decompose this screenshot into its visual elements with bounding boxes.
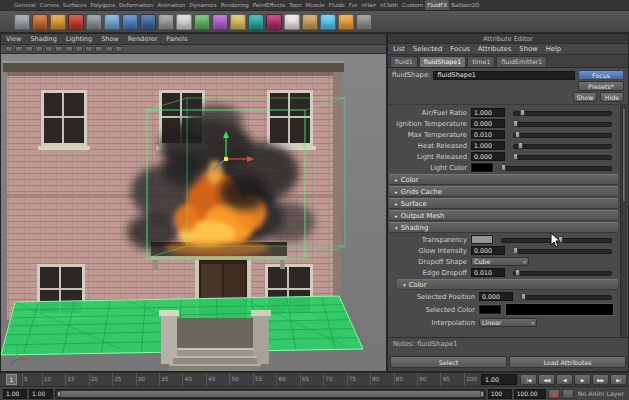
range-slider[interactable] (55, 389, 486, 399)
timeline-tick-30[interactable]: 30 (136, 373, 145, 386)
timeline-tick-65[interactable]: 65 (300, 373, 309, 386)
attr-value-field[interactable]: 0.000 (471, 246, 505, 255)
shelf-icon-13[interactable] (230, 14, 246, 30)
camera-icon[interactable] (85, 46, 93, 52)
color-ramp-preview[interactable] (505, 303, 614, 316)
attr-value-field[interactable]: 0.010 (471, 268, 505, 277)
shelf-tab-fluidfx[interactable]: FluidFX (425, 0, 449, 10)
focus-button[interactable]: Focus (578, 70, 624, 80)
timeline-tick-100[interactable]: 100 (464, 373, 477, 386)
viewport-menu-lighting[interactable]: Lighting (66, 35, 92, 43)
shelf-icon-1[interactable] (14, 14, 30, 30)
slider-thumb[interactable] (558, 236, 563, 243)
attr-slider[interactable] (513, 108, 612, 117)
slider-thumb[interactable] (501, 164, 506, 171)
animation-end-field[interactable]: 100.00 (514, 389, 546, 399)
shelf-icon-7[interactable] (122, 14, 138, 30)
section-surface[interactable]: ▸Surface (389, 198, 618, 209)
slider-thumb[interactable] (513, 120, 518, 127)
shelf-tab-muscle[interactable]: Muscle (304, 0, 327, 10)
timeline-tick-45[interactable]: 45 (206, 373, 215, 386)
auto-keyframe-button[interactable] (548, 389, 560, 399)
color-swatch[interactable] (471, 163, 493, 172)
attr-slider[interactable] (501, 163, 612, 172)
range-end-handle[interactable] (480, 391, 484, 397)
timeline-tick-70[interactable]: 70 (323, 373, 332, 386)
shelf-icon-5[interactable] (86, 14, 102, 30)
ae-menu-attributes[interactable]: Attributes (478, 45, 512, 53)
shelf-icon-14[interactable] (248, 14, 264, 30)
go-to-start-button[interactable]: |◀ (520, 374, 537, 385)
shelf-tab-fluids[interactable]: Fluids (327, 0, 347, 10)
viewport-menu-view[interactable]: View (6, 35, 21, 43)
ae-tab-fluidemitter1[interactable]: fluidEmitter1 (496, 56, 547, 67)
section-color[interactable]: ▾Color (397, 279, 618, 290)
ae-tab-time1[interactable]: time1 (467, 56, 495, 67)
shelf-tab-fur[interactable]: Fur (347, 0, 360, 10)
timeline-tick-55[interactable]: 55 (253, 373, 262, 386)
step-back-frame-button[interactable]: ◀◀ (538, 374, 555, 385)
viewport-3d-scene[interactable] (1, 54, 386, 371)
playback-end-field[interactable]: 100 (488, 389, 512, 399)
shelf-tab-animation[interactable]: Animation (155, 0, 187, 10)
timeline-tick-80[interactable]: 80 (370, 373, 379, 386)
timeline-tick-90[interactable]: 90 (417, 373, 426, 386)
timeline-tick-60[interactable]: 60 (276, 373, 285, 386)
shelf-icon-6[interactable] (104, 14, 120, 30)
shelf-icon-15[interactable] (266, 14, 282, 30)
attr-slider[interactable] (513, 152, 612, 161)
attr-slider[interactable] (513, 268, 612, 277)
viewport-menu-show[interactable]: Show (101, 35, 119, 43)
slider-thumb[interactable] (513, 153, 518, 160)
shelf-icon-8[interactable] (140, 14, 156, 30)
shelf-icon-10[interactable] (176, 14, 192, 30)
color-swatch[interactable] (471, 235, 493, 244)
section-grids-cache[interactable]: ▸Grids Cache (389, 186, 618, 197)
attr-slider[interactable] (513, 130, 612, 139)
vertical-scrollbar[interactable] (620, 105, 627, 337)
play-backwards-button[interactable]: ◀ (556, 374, 573, 385)
shelf-icon-9[interactable] (158, 14, 174, 30)
ae-menu-help[interactable]: Help (546, 45, 562, 53)
play-forwards-button[interactable]: ▶ (574, 374, 591, 385)
shelf-tab-deformation[interactable]: Deformation (117, 0, 155, 10)
shelf-icon-2[interactable] (32, 14, 48, 30)
timeline-tick-25[interactable]: 25 (112, 373, 121, 386)
timeline-tick-40[interactable]: 40 (182, 373, 191, 386)
shelf-tab-balloon2d[interactable]: Balloon2D (449, 0, 481, 10)
grid-snap-icon[interactable] (35, 46, 43, 52)
section-output-mesh[interactable]: ▸Output Mesh (389, 210, 618, 221)
shelf-tab-dynamics[interactable]: Dynamics (188, 0, 219, 10)
slider-thumb[interactable] (515, 269, 520, 276)
timeline-tick-20[interactable]: 20 (89, 373, 98, 386)
shelf-tab-painteffects[interactable]: PaintEffects (251, 0, 287, 10)
slider-thumb[interactable] (515, 131, 520, 138)
ae-menu-selected[interactable]: Selected (413, 45, 442, 53)
playback-start-field[interactable]: 1.00 (29, 389, 53, 399)
timeline-tick-50[interactable]: 50 (229, 373, 238, 386)
presets-button[interactable]: Presets* (578, 81, 624, 91)
shelf-icon-19[interactable] (338, 14, 354, 30)
shelf-tab-nhair[interactable]: nHair (359, 0, 378, 10)
time-slider[interactable]: 1 51015202530354045505560657075808590951… (0, 372, 629, 386)
dropdown-dropoff-shape[interactable]: Cube▾ (471, 257, 529, 266)
lasso-icon[interactable] (15, 46, 23, 52)
shelf-icon-4[interactable] (68, 14, 84, 30)
curve-snap-icon[interactable] (45, 46, 53, 52)
attr-slider[interactable] (521, 292, 612, 301)
shelf-tab-custom[interactable]: Custom (400, 0, 425, 10)
light-icon[interactable] (95, 46, 103, 52)
color-swatch[interactable] (479, 305, 501, 314)
shelf-tab-surfaces[interactable]: Surfaces (61, 0, 89, 10)
attr-slider[interactable] (513, 246, 612, 255)
ae-tab-fluidshape1[interactable]: fluidShape1 (419, 56, 466, 67)
shelf-tab-polygons[interactable]: Polygons (89, 0, 117, 10)
show-button[interactable]: Show (573, 92, 597, 102)
range-start-handle[interactable] (57, 391, 61, 397)
timeline-tick-10[interactable]: 10 (42, 373, 51, 386)
timeline-tick-5[interactable]: 5 (22, 373, 28, 386)
ae-tab-fluid1[interactable]: fluid1 (390, 56, 418, 67)
shelf-icon-11[interactable] (194, 14, 210, 30)
scrollbar-thumb[interactable] (622, 107, 626, 203)
current-frame-marker[interactable]: 1 (6, 374, 17, 385)
